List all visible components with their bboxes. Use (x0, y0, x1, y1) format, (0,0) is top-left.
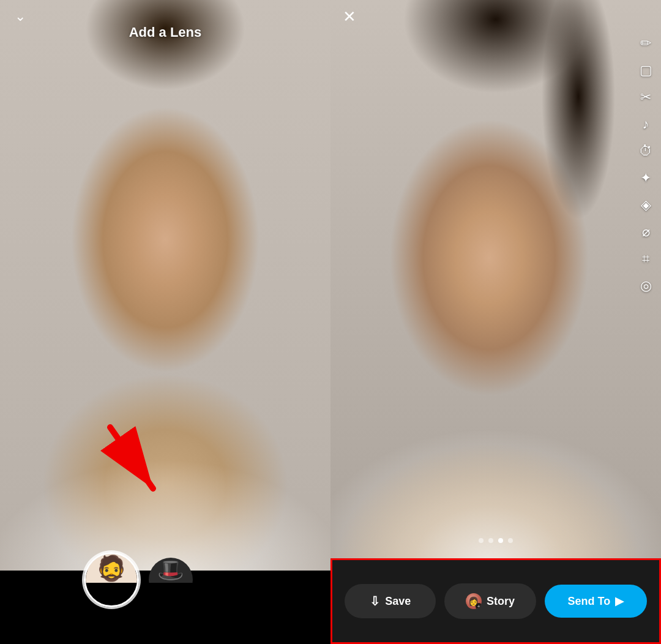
page-dots (479, 538, 513, 543)
sparkles-icon[interactable]: ✦ (639, 171, 652, 185)
music-icon[interactable]: ♪ (639, 118, 652, 131)
send-label: Send To (567, 595, 610, 608)
sticker-icon[interactable]: ▢ (639, 64, 652, 77)
svg-line-1 (110, 427, 153, 489)
crop-icon[interactable]: ⌗ (639, 252, 652, 266)
bottom-action-bar: ⇩ Save 👩 + Story Send To ▶ (330, 558, 661, 644)
dot-1 (479, 538, 484, 543)
right-toolbar: ✏ ▢ ✂ ♪ ⏱ ✦ ◈ ⌀ ⌗ ◎ (639, 37, 652, 293)
left-panel: ⌄ Add a Lens 🧔 🎩 (0, 0, 330, 644)
paperclip-icon[interactable]: ⌀ (639, 225, 652, 239)
story-avatar: 👩 + (466, 593, 482, 609)
countdown-icon[interactable]: ◎ (639, 279, 652, 293)
send-to-button[interactable]: Send To ▶ (545, 585, 647, 618)
save-button[interactable]: ⇩ Save (345, 584, 436, 618)
lens-selector-row: 🧔 🎩 (84, 552, 247, 607)
add-lens-title: Add a Lens (129, 24, 202, 40)
scissors-icon[interactable]: ✂ (639, 91, 652, 104)
lens-item-1[interactable]: 🧔 (84, 552, 139, 607)
save-label: Save (385, 595, 411, 608)
lens-face-hat: 🎩 (149, 558, 193, 583)
story-plus-icon: + (476, 603, 482, 609)
story-label: Story (487, 595, 515, 608)
story-button[interactable]: 👩 + Story (444, 583, 536, 619)
red-arrow (98, 421, 171, 509)
chevron-down-icon[interactable]: ⌄ (15, 9, 26, 24)
timer-icon[interactable]: ⏱ (639, 144, 652, 158)
dot-2 (488, 538, 493, 543)
send-arrow-icon: ▶ (615, 594, 624, 608)
eraser-icon[interactable]: ◈ (639, 198, 652, 212)
dot-4 (508, 538, 513, 543)
right-panel: ✕ ✏ ▢ ✂ ♪ ⏱ ✦ ◈ ⌀ ⌗ ◎ ⇩ Save 👩 + Story (330, 0, 661, 644)
lens-item-2[interactable]: 🎩 (149, 558, 193, 602)
lens-face-beard: 🧔 (86, 554, 137, 583)
dot-3 (498, 538, 503, 543)
pencil-icon[interactable]: ✏ (639, 37, 652, 50)
lens-item-3[interactable] (203, 558, 247, 602)
clothing-right (330, 430, 661, 564)
save-icon: ⇩ (370, 594, 380, 608)
close-button[interactable]: ✕ (343, 9, 356, 24)
